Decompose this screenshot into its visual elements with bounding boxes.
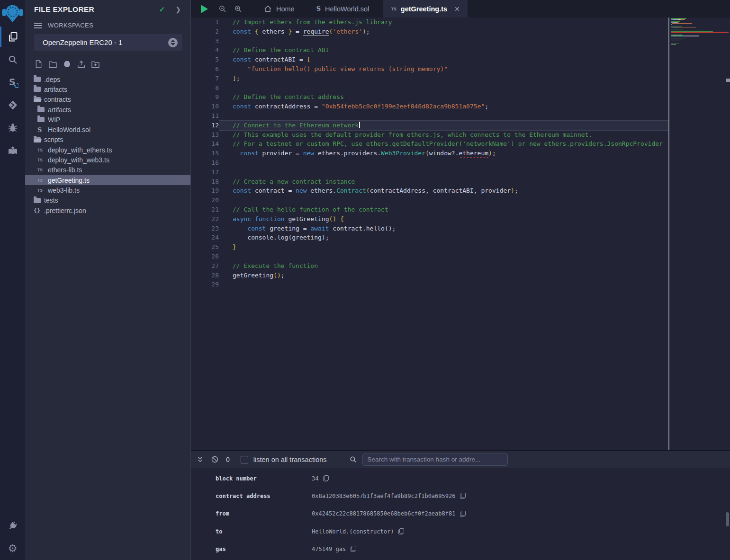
code-line-17[interactable]: 17 <box>191 168 668 177</box>
sidebar-item-search[interactable] <box>0 48 25 71</box>
tree-item--prettierrc-json[interactable]: {}.prettierrc.json <box>25 205 190 215</box>
tree-item-tests[interactable]: tests <box>25 196 190 205</box>
code-line-22[interactable]: 22async function getGreeting() { <box>191 214 668 224</box>
terminal-search-input[interactable] <box>362 453 508 466</box>
line-number: 4 <box>191 45 219 55</box>
tree-item-deploy-with-web3-ts[interactable]: TSdeploy_with_web3.ts <box>25 155 190 165</box>
code-line-18[interactable]: 18// Create a new contract instance <box>191 177 668 187</box>
code-line-21[interactable]: 21// Call the hello function of the cont… <box>191 205 668 214</box>
line-content: const contract = new ethers.Contract(con… <box>219 186 668 196</box>
copy-icon[interactable] <box>351 546 356 552</box>
copy-icon[interactable] <box>460 493 466 499</box>
tab-helloworld-sol[interactable]: S HelloWorld.sol <box>309 0 377 18</box>
github-clone-icon[interactable] <box>63 60 72 69</box>
run-script-button[interactable] <box>201 5 208 13</box>
code-line-25[interactable]: 25} <box>191 242 668 252</box>
log-label: block number <box>216 475 312 482</box>
tree-item-scripts[interactable]: scripts <box>25 135 190 145</box>
line-number: 12 <box>191 121 219 130</box>
deploy-run-icon <box>7 99 18 111</box>
tab-home[interactable]: Home <box>256 0 302 18</box>
terminal-collapse-button[interactable] <box>196 455 204 463</box>
terminal-search-button[interactable] <box>349 455 357 463</box>
zoom-in-button[interactable] <box>234 5 242 13</box>
sidebar-item-plugin-manager[interactable] <box>0 515 25 537</box>
code-line-5[interactable]: 5const contractABI = [ <box>191 55 668 64</box>
new-file-icon[interactable] <box>34 60 43 69</box>
clear-console-button[interactable] <box>211 455 219 463</box>
code-line-15[interactable]: 15 const provider = new ethers.providers… <box>191 149 668 158</box>
code-line-14[interactable]: 14// For a testnet or custom RPC, use et… <box>191 139 668 149</box>
tab-getgreeting-ts[interactable]: TS getGreeting.ts ✕ <box>383 0 468 18</box>
line-number: 27 <box>191 261 219 271</box>
tree-item--deps[interactable]: .deps <box>25 74 190 84</box>
code-line-19[interactable]: 19const contract = new ethers.Contract(c… <box>191 186 668 196</box>
code-line-24[interactable]: 24 console.log(greeting); <box>191 233 668 242</box>
zoom-in-icon <box>234 5 242 13</box>
terminal-log-row-to: toHelloWorld.(constructor) <box>191 523 730 540</box>
workspaces-menu-icon[interactable] <box>34 23 42 28</box>
code-line-16[interactable]: 16 <box>191 158 668 168</box>
terminal-prompt[interactable]: > <box>191 558 730 560</box>
code-line-20[interactable]: 20 <box>191 196 668 205</box>
minimap[interactable] <box>671 18 729 46</box>
tree-item-artifacts[interactable]: artifacts <box>25 84 190 94</box>
upload-folder-icon[interactable] <box>91 60 100 69</box>
log-value: 34 <box>312 475 318 482</box>
tree-item-ethers-lib-ts[interactable]: TSethers-lib.ts <box>25 165 190 175</box>
remix-logo-icon[interactable] <box>1 1 24 26</box>
code-line-26[interactable]: 26 <box>191 252 668 261</box>
sidebar-item-settings[interactable]: ⚙ <box>0 537 25 560</box>
tree-item-getgreeting-ts[interactable]: TSgetGreeting.ts <box>25 175 190 185</box>
copy-icon[interactable] <box>398 528 404 534</box>
sidebar-item-learn[interactable] <box>0 139 25 162</box>
tree-item-helloworld-sol[interactable]: SHelloWorld.sol <box>25 124 190 134</box>
copy-icon[interactable] <box>460 511 466 517</box>
tree-item-web3-lib-ts[interactable]: TSweb3-lib.ts <box>25 185 190 195</box>
copy-icon[interactable] <box>323 475 329 481</box>
text-cursor <box>359 122 360 128</box>
code-line-2[interactable]: 2const { ethers } = require('ethers'); <box>191 27 668 36</box>
code-line-1[interactable]: 1// Import ethers from the ethers.js lib… <box>191 18 668 27</box>
code-line-11[interactable]: 11 <box>191 111 668 121</box>
tree-item-artifacts[interactable]: artifacts <box>25 105 190 115</box>
workspace-select[interactable]: OpenZeppelin ERC20 - 1 <box>34 34 182 51</box>
tree-item-contracts[interactable]: contracts <box>25 95 190 105</box>
code-line-29[interactable]: 29 <box>191 280 668 289</box>
code-editor[interactable]: 1// Import ethers from the ethers.js lib… <box>191 18 730 450</box>
sidebar-item-deploy-and-run[interactable] <box>0 94 25 116</box>
listen-checkbox[interactable] <box>241 456 248 463</box>
sidebar-item-debugger[interactable] <box>0 116 25 139</box>
new-folder-icon[interactable] <box>48 60 57 69</box>
code-line-4[interactable]: 4// Define the contract ABI <box>191 45 668 55</box>
minimap-line <box>671 32 729 33</box>
chevron-right-icon[interactable]: ❯ <box>175 6 181 13</box>
code-line-8[interactable]: 8 <box>191 83 668 93</box>
code-line-7[interactable]: 7]; <box>191 74 668 83</box>
line-content: async function getGreeting() { <box>219 214 668 224</box>
plug-icon <box>5 518 21 534</box>
editor-scrollbar[interactable] <box>726 79 730 82</box>
sidebar-item-solidity-compiler[interactable]: S <box>0 71 25 94</box>
code-line-23[interactable]: 23 const greeting = await contract.hello… <box>191 224 668 233</box>
terminal-scrollbar[interactable] <box>726 512 729 526</box>
line-content: // Create a new contract instance <box>219 177 668 187</box>
line-number: 14 <box>191 139 219 149</box>
sidebar-item-file-explorer[interactable] <box>0 26 25 48</box>
code-line-6[interactable]: 6 "function hello() public view returns … <box>191 64 668 74</box>
tree-item-deploy-with-ethers-ts[interactable]: TSdeploy_with_ethers.ts <box>25 145 190 155</box>
code-line-28[interactable]: 28getGreeting(); <box>191 271 668 280</box>
terminal-logs[interactable]: block number34contract address0x8a120383… <box>191 468 730 558</box>
code-line-12[interactable]: 12// Connect to the Ethereum network <box>191 121 668 130</box>
code-line-10[interactable]: 10const contractAddress = "0xb54febb5c0c… <box>191 102 668 111</box>
code-line-13[interactable]: 13// This example uses the default provi… <box>191 130 668 140</box>
code-line-9[interactable]: 9// Define the contract address <box>191 92 668 102</box>
upload-file-icon[interactable] <box>77 60 86 69</box>
tree-item-label: WIP <box>48 116 60 124</box>
line-number: 24 <box>191 233 219 242</box>
tab-close-icon[interactable]: ✕ <box>454 5 460 13</box>
code-line-27[interactable]: 27// Execute the function <box>191 261 668 271</box>
tree-item-wip[interactable]: WIP <box>25 115 190 124</box>
code-line-3[interactable]: 3 <box>191 36 668 46</box>
zoom-out-button[interactable] <box>218 5 226 13</box>
